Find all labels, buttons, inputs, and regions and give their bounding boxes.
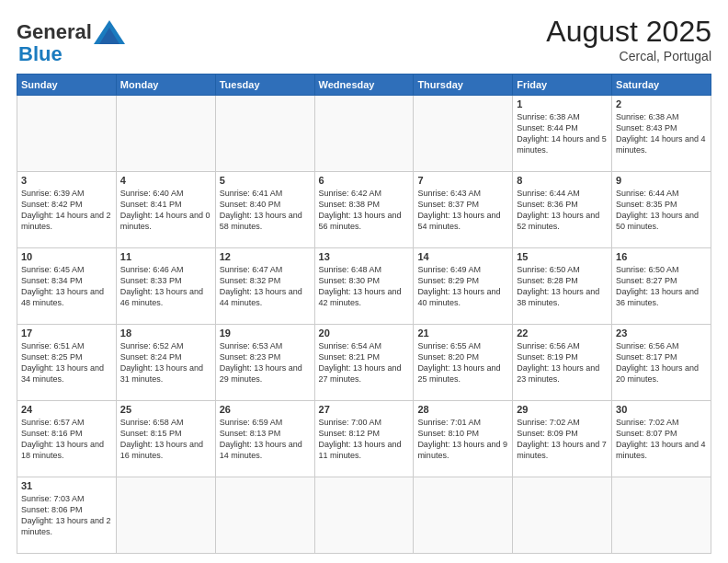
day-info: Sunrise: 6:39 AM Sunset: 8:42 PM Dayligh… <box>21 188 112 233</box>
day-info: Sunrise: 7:03 AM Sunset: 8:06 PM Dayligh… <box>21 493 112 538</box>
day-info: Sunrise: 6:49 AM Sunset: 8:29 PM Dayligh… <box>417 264 508 309</box>
day-number: 18 <box>120 327 211 339</box>
col-tuesday: Tuesday <box>215 75 314 96</box>
table-row <box>314 477 414 554</box>
day-info: Sunrise: 6:51 AM Sunset: 8:25 PM Dayligh… <box>21 340 112 385</box>
logo-icon <box>92 15 127 50</box>
day-info: Sunrise: 6:46 AM Sunset: 8:33 PM Dayligh… <box>120 264 211 309</box>
day-info: Sunrise: 6:59 AM Sunset: 8:13 PM Dayligh… <box>220 417 311 462</box>
table-row: 20Sunrise: 6:54 AM Sunset: 8:21 PM Dayli… <box>314 325 414 401</box>
day-info: Sunrise: 7:01 AM Sunset: 8:10 PM Dayligh… <box>417 417 508 462</box>
day-info: Sunrise: 6:47 AM Sunset: 8:32 PM Dayligh… <box>220 264 311 309</box>
day-info: Sunrise: 6:38 AM Sunset: 8:43 PM Dayligh… <box>616 111 707 156</box>
day-number: 23 <box>616 327 707 339</box>
table-row <box>116 96 215 172</box>
table-row: 1Sunrise: 6:38 AM Sunset: 8:44 PM Daylig… <box>513 96 612 172</box>
table-row: 16Sunrise: 6:50 AM Sunset: 8:27 PM Dayli… <box>612 248 711 325</box>
day-number: 2 <box>616 98 707 109</box>
day-number: 6 <box>319 175 410 186</box>
day-number: 30 <box>616 404 707 415</box>
day-number: 22 <box>517 327 608 339</box>
day-number: 28 <box>417 404 508 415</box>
day-info: Sunrise: 6:45 AM Sunset: 8:34 PM Dayligh… <box>21 264 112 309</box>
table-row <box>612 477 711 554</box>
table-row: 15Sunrise: 6:50 AM Sunset: 8:28 PM Dayli… <box>513 248 612 325</box>
col-saturday: Saturday <box>612 75 711 96</box>
table-row: 10Sunrise: 6:45 AM Sunset: 8:34 PM Dayli… <box>17 248 117 325</box>
day-info: Sunrise: 6:40 AM Sunset: 8:41 PM Dayligh… <box>120 188 211 233</box>
table-row: 31Sunrise: 7:03 AM Sunset: 8:06 PM Dayli… <box>17 477 117 554</box>
logo: General Blue <box>17 15 127 66</box>
day-number: 20 <box>319 327 410 339</box>
table-row: 21Sunrise: 6:55 AM Sunset: 8:20 PM Dayli… <box>414 325 513 401</box>
col-wednesday: Wednesday <box>314 75 414 96</box>
day-info: Sunrise: 6:56 AM Sunset: 8:19 PM Dayligh… <box>517 340 608 385</box>
table-row <box>414 96 513 172</box>
day-info: Sunrise: 6:38 AM Sunset: 8:44 PM Dayligh… <box>517 111 608 156</box>
table-row: 8Sunrise: 6:44 AM Sunset: 8:36 PM Daylig… <box>513 172 612 248</box>
table-row <box>215 96 314 172</box>
table-row <box>215 477 314 554</box>
table-row: 26Sunrise: 6:59 AM Sunset: 8:13 PM Dayli… <box>215 401 314 477</box>
day-info: Sunrise: 6:41 AM Sunset: 8:40 PM Dayligh… <box>220 188 311 233</box>
table-row: 28Sunrise: 7:01 AM Sunset: 8:10 PM Dayli… <box>414 401 513 477</box>
day-number: 17 <box>21 327 112 339</box>
logo-text: General Blue <box>17 15 127 66</box>
table-row: 27Sunrise: 7:00 AM Sunset: 8:12 PM Dayli… <box>314 401 414 477</box>
day-number: 5 <box>220 175 311 186</box>
col-thursday: Thursday <box>414 75 513 96</box>
day-info: Sunrise: 6:52 AM Sunset: 8:24 PM Dayligh… <box>120 340 211 385</box>
day-info: Sunrise: 6:54 AM Sunset: 8:21 PM Dayligh… <box>319 340 410 385</box>
table-row: 24Sunrise: 6:57 AM Sunset: 8:16 PM Dayli… <box>17 401 117 477</box>
table-row <box>314 96 414 172</box>
table-row: 22Sunrise: 6:56 AM Sunset: 8:19 PM Dayli… <box>513 325 612 401</box>
day-info: Sunrise: 6:57 AM Sunset: 8:16 PM Dayligh… <box>21 417 112 462</box>
day-info: Sunrise: 6:53 AM Sunset: 8:23 PM Dayligh… <box>220 340 311 385</box>
day-info: Sunrise: 6:44 AM Sunset: 8:36 PM Dayligh… <box>517 188 608 233</box>
table-row <box>513 477 612 554</box>
day-number: 12 <box>220 251 311 262</box>
day-number: 21 <box>417 327 508 339</box>
table-row: 2Sunrise: 6:38 AM Sunset: 8:43 PM Daylig… <box>612 96 711 172</box>
col-friday: Friday <box>513 75 612 96</box>
table-row: 30Sunrise: 7:02 AM Sunset: 8:07 PM Dayli… <box>612 401 711 477</box>
header: General Blue August 2025 Cercal, Portuga… <box>17 15 711 66</box>
day-number: 14 <box>417 251 508 262</box>
day-number: 10 <box>21 251 112 262</box>
table-row: 5Sunrise: 6:41 AM Sunset: 8:40 PM Daylig… <box>215 172 314 248</box>
table-row <box>414 477 513 554</box>
day-info: Sunrise: 6:50 AM Sunset: 8:28 PM Dayligh… <box>517 264 608 309</box>
day-number: 27 <box>319 404 410 415</box>
day-info: Sunrise: 7:00 AM Sunset: 8:12 PM Dayligh… <box>319 417 410 462</box>
day-info: Sunrise: 6:44 AM Sunset: 8:35 PM Dayligh… <box>616 188 707 233</box>
day-number: 3 <box>21 175 112 186</box>
day-number: 1 <box>517 98 608 109</box>
table-row: 6Sunrise: 6:42 AM Sunset: 8:38 PM Daylig… <box>314 172 414 248</box>
day-number: 4 <box>120 175 211 186</box>
col-monday: Monday <box>116 75 215 96</box>
day-number: 24 <box>21 404 112 415</box>
day-number: 11 <box>120 251 211 262</box>
table-row: 14Sunrise: 6:49 AM Sunset: 8:29 PM Dayli… <box>414 248 513 325</box>
table-row: 12Sunrise: 6:47 AM Sunset: 8:32 PM Dayli… <box>215 248 314 325</box>
day-info: Sunrise: 6:56 AM Sunset: 8:17 PM Dayligh… <box>616 340 707 385</box>
month-year: August 2025 <box>546 15 711 49</box>
calendar-header-row: Sunday Monday Tuesday Wednesday Thursday… <box>17 75 711 96</box>
table-row <box>116 477 215 554</box>
logo-general: General <box>17 20 92 44</box>
title-block: August 2025 Cercal, Portugal <box>546 15 711 63</box>
day-info: Sunrise: 6:50 AM Sunset: 8:27 PM Dayligh… <box>616 264 707 309</box>
table-row: 4Sunrise: 6:40 AM Sunset: 8:41 PM Daylig… <box>116 172 215 248</box>
day-number: 19 <box>220 327 311 339</box>
table-row: 29Sunrise: 7:02 AM Sunset: 8:09 PM Dayli… <box>513 401 612 477</box>
day-number: 16 <box>616 251 707 262</box>
day-info: Sunrise: 6:55 AM Sunset: 8:20 PM Dayligh… <box>417 340 508 385</box>
day-info: Sunrise: 6:58 AM Sunset: 8:15 PM Dayligh… <box>120 417 211 462</box>
calendar-table: Sunday Monday Tuesday Wednesday Thursday… <box>17 74 711 554</box>
day-number: 13 <box>319 251 410 262</box>
day-number: 9 <box>616 175 707 186</box>
day-number: 7 <box>417 175 508 186</box>
table-row: 25Sunrise: 6:58 AM Sunset: 8:15 PM Dayli… <box>116 401 215 477</box>
day-info: Sunrise: 6:48 AM Sunset: 8:30 PM Dayligh… <box>319 264 410 309</box>
table-row <box>17 96 117 172</box>
